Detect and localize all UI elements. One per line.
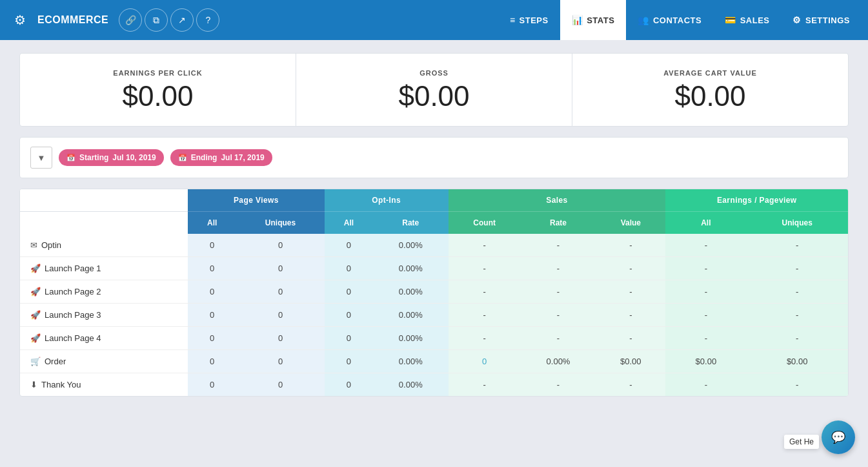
th-page-views: Page Views [188, 189, 325, 212]
external-icon-btn[interactable]: ↗ [170, 8, 194, 32]
s-value-0: - [596, 234, 665, 257]
s-count-cell: - [449, 327, 521, 350]
contacts-icon: 👥 [638, 15, 649, 25]
s-rate-6: - [521, 373, 596, 397]
average-cart-label: AVERAGE CART VALUE [592, 69, 829, 77]
oi-all-0: 0 [325, 234, 373, 257]
row-label-1: 🚀Launch Page 1 [20, 257, 188, 280]
th-opt-ins: Opt-Ins [325, 189, 449, 212]
filter-button[interactable]: ▼ [30, 147, 52, 169]
pv-uniques-6: 0 [236, 373, 325, 397]
oi-rate-4: 0.00% [373, 327, 448, 350]
s-value-4: - [596, 327, 665, 350]
table-group-header-row: Page Views Opt-Ins Sales Earnings / Page… [20, 189, 848, 212]
table-row: 🚀Launch Page 3 0 0 0 0.00% - - - - - [20, 304, 848, 327]
row-icon-3: 🚀 [30, 310, 41, 320]
steps-icon: ≡ [510, 15, 516, 25]
main-content: EARNINGS PER CLICK $0.00 GROSS $0.00 AVE… [0, 40, 868, 410]
oi-all-4: 0 [325, 327, 373, 350]
th-s-count: Count [449, 212, 521, 234]
oi-rate-2: 0.00% [373, 280, 448, 304]
help-circle-icon-btn[interactable]: ? [196, 8, 219, 32]
pv-uniques-3: 0 [236, 304, 325, 327]
s-rate-2: - [521, 280, 596, 304]
nav-tabs: ≡ STEPS 📊 STATS 👥 CONTACTS 💳 SALES ⚙ SET… [498, 0, 862, 40]
s-rate-4: - [521, 327, 596, 350]
row-icon-2: 🚀 [30, 287, 41, 296]
copy-icon-btn[interactable]: ⧉ [145, 8, 168, 32]
th-ep-all: All [665, 212, 746, 234]
pv-all-2: 0 [188, 280, 236, 304]
ep-uniques-0: - [746, 234, 848, 257]
tab-stats[interactable]: 📊 STATS [560, 0, 627, 40]
s-value-1: - [596, 257, 665, 280]
pv-uniques-2: 0 [236, 280, 325, 304]
calendar-start-icon: 📅 [66, 154, 76, 162]
table-body: ✉Optin 0 0 0 0.00% - - - - - 🚀Launch Pag… [20, 234, 848, 396]
app-title: ECOMMERCE [37, 14, 108, 26]
tab-settings[interactable]: ⚙ SETTINGS [781, 0, 862, 40]
s-rate-0: - [521, 234, 596, 257]
sales-icon: 💳 [725, 15, 736, 25]
ending-date-badge[interactable]: 📅 Ending Jul 17, 2019 [170, 149, 272, 166]
ep-all-4: - [665, 327, 746, 350]
s-count-cell: - [449, 257, 521, 280]
stats-icon: 📊 [572, 15, 583, 25]
ending-label: Ending [191, 153, 217, 162]
stat-gross: GROSS $0.00 [296, 54, 572, 126]
top-nav: ⚙ ECOMMERCE 🔗 ⧉ ↗ ? ≡ STEPS 📊 STATS 👥 CO… [0, 0, 868, 40]
s-value-5: $0.00 [596, 350, 665, 373]
stats-summary-card: EARNINGS PER CLICK $0.00 GROSS $0.00 AVE… [19, 53, 849, 127]
ep-uniques-4: - [746, 327, 848, 350]
ep-all-6: - [665, 373, 746, 397]
ep-uniques-1: - [746, 257, 848, 280]
oi-rate-0: 0.00% [373, 234, 448, 257]
stats-table-container: Page Views Opt-Ins Sales Earnings / Page… [19, 189, 849, 397]
pv-all-0: 0 [188, 234, 236, 257]
pv-uniques-4: 0 [236, 327, 325, 350]
ep-all-0: - [665, 234, 746, 257]
ending-date: Jul 17, 2019 [221, 153, 264, 162]
stat-average-cart: AVERAGE CART VALUE $0.00 [572, 54, 848, 126]
row-icon-4: 🚀 [30, 333, 41, 343]
oi-all-6: 0 [325, 373, 373, 397]
gross-value: $0.00 [316, 82, 552, 110]
table-row: 🛒Order 0 0 0 0.00% 0 0.00% $0.00 $0.00 $… [20, 350, 848, 373]
s-value-6: - [596, 373, 665, 397]
oi-all-1: 0 [325, 257, 373, 280]
pv-uniques-5: 0 [236, 350, 325, 373]
th-earnings-pageview: Earnings / Pageview [665, 189, 848, 212]
s-value-2: - [596, 280, 665, 304]
th-s-value: Value [596, 212, 665, 234]
ep-all-2: - [665, 280, 746, 304]
oi-rate-3: 0.00% [373, 304, 448, 327]
gear-button[interactable]: ⚙ [6, 6, 34, 34]
ep-uniques-5: $0.00 [746, 350, 848, 373]
th-s-rate: Rate [521, 212, 596, 234]
row-icon-6: ⬇ [30, 380, 37, 389]
starting-date-badge[interactable]: 📅 Starting Jul 10, 2019 [59, 149, 164, 166]
s-count-cell: - [449, 280, 521, 304]
help-fab[interactable]: 💬 [822, 420, 855, 454]
s-count-cell[interactable]: 0 [449, 350, 521, 373]
tab-steps[interactable]: ≡ STEPS [498, 0, 560, 40]
tab-sales[interactable]: 💳 SALES [713, 0, 781, 40]
th-pv-all: All [188, 212, 236, 234]
tab-contacts[interactable]: 👥 CONTACTS [626, 0, 713, 40]
row-label-3: 🚀Launch Page 3 [20, 304, 188, 327]
s-count-cell: - [449, 304, 521, 327]
average-cart-value: $0.00 [592, 82, 829, 110]
pv-all-1: 0 [188, 257, 236, 280]
row-label-6: ⬇Thank You [20, 373, 188, 397]
earnings-per-click-label: EARNINGS PER CLICK [39, 69, 276, 77]
th-sub-empty [20, 212, 188, 234]
oi-all-2: 0 [325, 280, 373, 304]
table-row: 🚀Launch Page 1 0 0 0 0.00% - - - - - [20, 257, 848, 280]
table-row: ⬇Thank You 0 0 0 0.00% - - - - - [20, 373, 848, 397]
pv-uniques-0: 0 [236, 234, 325, 257]
s-value-3: - [596, 304, 665, 327]
link-icon-btn[interactable]: 🔗 [119, 8, 142, 32]
starting-date: Jul 10, 2019 [112, 153, 156, 162]
table-row: 🚀Launch Page 4 0 0 0 0.00% - - - - - [20, 327, 848, 350]
s-rate-3: - [521, 304, 596, 327]
